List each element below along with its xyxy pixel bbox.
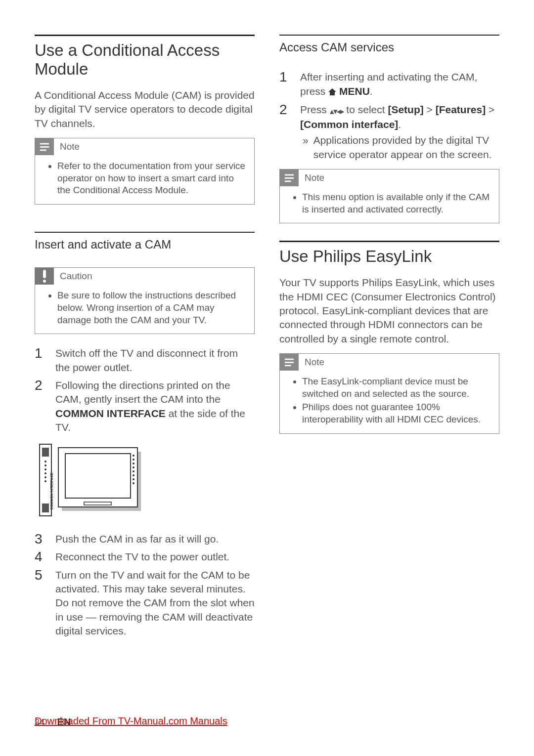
svg-rect-13 bbox=[42, 504, 49, 512]
svg-point-12 bbox=[44, 480, 46, 482]
step-number: 2 bbox=[35, 378, 45, 392]
sep: > bbox=[424, 104, 436, 115]
intro-text: A Conditional Access Module (CAM) is pro… bbox=[35, 88, 255, 130]
note-list: This menu option is available only if th… bbox=[287, 191, 491, 215]
step-text: Push the CAM in as far as it will go. bbox=[55, 532, 255, 546]
heading-access-cam: Access CAM services bbox=[279, 35, 499, 55]
note-icon bbox=[35, 138, 54, 155]
svg-rect-29 bbox=[285, 359, 294, 360]
step-item: 5 Turn on the TV and wait for the CAM to… bbox=[35, 568, 255, 638]
svg-point-9 bbox=[44, 468, 46, 470]
arrows-icon: ▴▾◂▸ bbox=[330, 106, 344, 118]
svg-point-21 bbox=[133, 470, 134, 472]
steps-list-a: 1 Switch off the TV and disconnect it fr… bbox=[35, 346, 255, 434]
left-column: Use a Conditional Access Module A Condit… bbox=[35, 35, 255, 645]
note-label: Note bbox=[305, 356, 324, 369]
svg-point-23 bbox=[133, 478, 134, 480]
svg-point-4 bbox=[43, 280, 46, 283]
step-s3: [Common interface] bbox=[300, 119, 398, 130]
result-text: Applications provided by the digital TV … bbox=[313, 133, 499, 162]
svg-rect-0 bbox=[40, 143, 49, 145]
step-item: 3 Push the CAM in as far as it will go. bbox=[35, 532, 255, 546]
step-text: After inserting and activating the CAM, … bbox=[300, 70, 499, 99]
step-result: » Applications provided by the digital T… bbox=[300, 133, 499, 162]
download-link[interactable]: Downloaded From TV-Manual.com Manuals bbox=[35, 714, 227, 728]
note-list: Refer to the documentation from your ser… bbox=[43, 160, 247, 197]
caution-icon bbox=[35, 268, 54, 285]
note-box: Note The EasyLink-compliant device must … bbox=[279, 353, 499, 434]
caution-label: Caution bbox=[60, 270, 92, 283]
right-column: Access CAM services 1 After inserting an… bbox=[279, 35, 499, 645]
steps-list-b: 3 Push the CAM in as far as it will go. … bbox=[35, 532, 255, 638]
note-item: The EasyLink-compliant device must be sw… bbox=[302, 376, 491, 400]
note-item: This menu option is available only if th… bbox=[302, 191, 491, 215]
result-marker-icon: » bbox=[303, 133, 309, 162]
note-header: Note bbox=[280, 169, 499, 186]
step-item: 4 Reconnect the TV to the power outlet. bbox=[35, 550, 255, 564]
step-item: 1 Switch off the TV and disconnect it fr… bbox=[35, 346, 255, 375]
note-item: Refer to the documentation from your ser… bbox=[57, 160, 247, 197]
svg-rect-27 bbox=[285, 177, 294, 179]
step-pre: After inserting and activating the CAM, … bbox=[300, 71, 477, 96]
heading-easylink: Use Philips EasyLink bbox=[279, 241, 499, 266]
step-pre: Press bbox=[300, 104, 330, 115]
note-box: Note This menu option is available only … bbox=[279, 169, 499, 223]
step-text: Press ▴▾◂▸ to select [Setup] > [Features… bbox=[300, 103, 499, 162]
note-header: Note bbox=[280, 354, 499, 371]
note-icon bbox=[280, 354, 299, 371]
easylink-intro: Your TV supports Philips EasyLink, which… bbox=[279, 276, 499, 346]
svg-rect-26 bbox=[285, 174, 294, 176]
step-number: 2 bbox=[279, 103, 290, 117]
svg-point-7 bbox=[44, 461, 46, 462]
step-item: 2 Following the directions printed on th… bbox=[35, 378, 255, 434]
caution-item: Be sure to follow the instructions descr… bbox=[57, 290, 247, 326]
step-item: 1 After inserting and activating the CAM… bbox=[279, 70, 499, 99]
step-text: Reconnect the TV to the power outlet. bbox=[55, 550, 255, 564]
step-mid: to select bbox=[344, 104, 388, 115]
step-s1: [Setup] bbox=[388, 104, 423, 115]
step-text: Turn on the TV and wait for the CAM to b… bbox=[55, 568, 255, 638]
step-post: . bbox=[370, 85, 373, 97]
svg-point-8 bbox=[44, 464, 46, 466]
note-box: Note Refer to the documentation from you… bbox=[35, 138, 255, 205]
heading-conditional-access: Use a Conditional Access Module bbox=[35, 35, 255, 79]
svg-rect-31 bbox=[285, 365, 291, 367]
note-icon bbox=[280, 169, 299, 186]
step-strong: MENU bbox=[336, 85, 370, 97]
note-item: Philips does not guarantee 100% interope… bbox=[302, 401, 491, 425]
svg-rect-28 bbox=[285, 181, 291, 182]
step-strong: COMMON INTERFACE bbox=[55, 408, 166, 419]
step-number: 3 bbox=[35, 532, 45, 546]
caution-list: Be sure to follow the instructions descr… bbox=[43, 290, 247, 326]
svg-rect-3 bbox=[43, 270, 46, 278]
page-footer: 34 EN Downloaded From TV-Manual.com Manu… bbox=[35, 715, 71, 729]
step-item: 2 Press ▴▾◂▸ to select [Setup] > [Featur… bbox=[279, 103, 499, 162]
step-s2: [Features] bbox=[436, 104, 486, 115]
svg-rect-6 bbox=[42, 448, 49, 457]
step-pre: Following the directions printed on the … bbox=[55, 379, 230, 405]
page-content: Use a Conditional Access Module A Condit… bbox=[0, 0, 534, 645]
note-label: Note bbox=[305, 172, 324, 184]
svg-rect-2 bbox=[40, 149, 46, 151]
svg-point-20 bbox=[133, 466, 134, 468]
tv-diagram: COMMON INTERFACE bbox=[35, 442, 255, 522]
steps-access: 1 After inserting and activating the CAM… bbox=[279, 70, 499, 162]
svg-point-18 bbox=[133, 459, 134, 461]
svg-point-22 bbox=[133, 474, 134, 476]
diagram-slot-label: COMMON INTERFACE bbox=[50, 473, 53, 510]
svg-point-10 bbox=[44, 472, 46, 474]
step-number: 1 bbox=[35, 346, 45, 360]
home-icon bbox=[328, 85, 336, 99]
svg-rect-30 bbox=[285, 362, 294, 363]
step-post: . bbox=[398, 119, 401, 130]
note-label: Note bbox=[60, 141, 80, 153]
sep: > bbox=[486, 104, 494, 115]
step-number: 4 bbox=[35, 550, 45, 564]
step-text: Switch off the TV and disconnect it from… bbox=[55, 346, 255, 375]
caution-box: Caution Be sure to follow the instructio… bbox=[35, 267, 255, 334]
svg-point-17 bbox=[133, 455, 134, 457]
step-number: 1 bbox=[279, 70, 290, 84]
note-list: The EasyLink-compliant device must be sw… bbox=[287, 376, 491, 426]
caution-header: Caution bbox=[35, 268, 254, 285]
note-header: Note bbox=[35, 138, 254, 155]
